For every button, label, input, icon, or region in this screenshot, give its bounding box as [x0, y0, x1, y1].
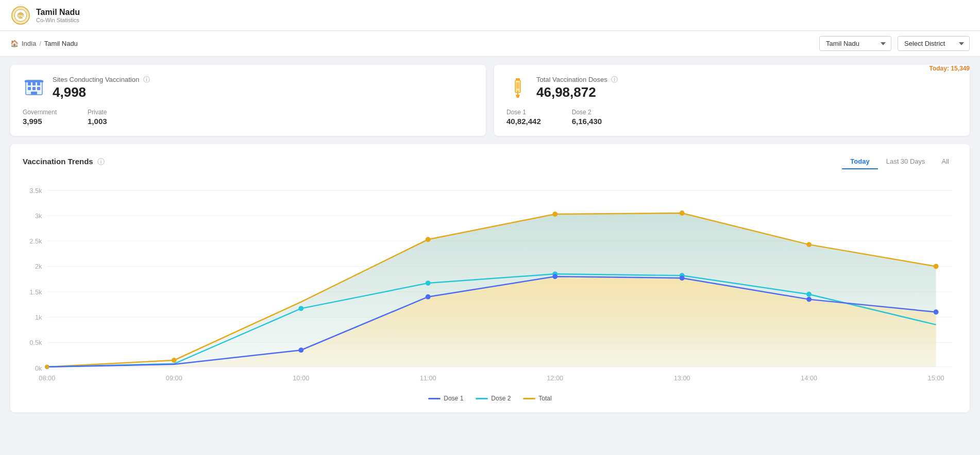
- chart-legend: Dose 1 Dose 2 Total: [23, 395, 957, 402]
- sites-info-icon[interactable]: ⓘ: [143, 76, 150, 83]
- sites-label: Sites Conducting Vaccination ⓘ: [53, 75, 150, 84]
- sites-text-group: Sites Conducting Vaccination ⓘ 4,998: [53, 75, 150, 100]
- dose2-point-10: [298, 306, 303, 311]
- header-controls: Tamil Nadu Select District: [819, 36, 970, 51]
- sites-card-header: Sites Conducting Vaccination ⓘ 4,998: [23, 75, 474, 100]
- chart-info-icon[interactable]: ⓘ: [97, 157, 105, 166]
- app-title: Tamil Nadu: [36, 8, 80, 17]
- svg-text:09:00: 09:00: [166, 374, 182, 382]
- app-subtitle: Co-Win Statistics: [36, 17, 80, 23]
- sites-value: 4,998: [53, 84, 150, 100]
- svg-text:3k: 3k: [35, 212, 42, 220]
- svg-marker-17: [516, 95, 520, 98]
- chart-card: Vaccination Trends ⓘ Today Last 30 Days …: [10, 144, 970, 412]
- total-point-12: [552, 212, 557, 217]
- legend-dose2-line: [476, 398, 488, 399]
- dose1-point-12: [552, 274, 557, 279]
- dose2-point-11: [426, 281, 431, 286]
- dose2-point-14: [806, 292, 812, 297]
- svg-rect-10: [37, 87, 40, 90]
- breadcrumb-separator: /: [39, 40, 41, 47]
- svg-text:14:00: 14:00: [801, 374, 817, 382]
- tab-today[interactable]: Today: [842, 154, 877, 169]
- svg-text:TN: TN: [18, 13, 24, 18]
- svg-text:12:00: 12:00: [547, 374, 563, 382]
- total-point-14: [806, 242, 812, 247]
- svg-text:1.5k: 1.5k: [29, 288, 42, 296]
- tab-last30[interactable]: Last 30 Days: [878, 154, 934, 169]
- dose1-point-15: [934, 309, 939, 314]
- dose1-point-10: [298, 347, 303, 353]
- app-logo: TN: [10, 5, 31, 26]
- district-select[interactable]: Select District: [898, 36, 970, 51]
- dose2: Dose 2 6,16,430: [572, 109, 602, 126]
- doses-label: Total Vaccination Doses ⓘ: [536, 75, 618, 84]
- svg-text:3.5k: 3.5k: [29, 187, 42, 195]
- doses-info-icon[interactable]: ⓘ: [611, 76, 618, 83]
- doses-text-group: Total Vaccination Doses ⓘ 46,98,872: [536, 75, 618, 100]
- svg-text:1k: 1k: [35, 313, 42, 321]
- svg-text:15:00: 15:00: [928, 374, 944, 382]
- chart-container: 3.5k 3k 2.5k 2k 1.5k 1k 0.5k 0k 08:: [23, 178, 957, 391]
- legend-dose1-label: Dose 1: [444, 395, 463, 402]
- sites-card: Sites Conducting Vaccination ⓘ 4,998 Gov…: [10, 65, 486, 136]
- app-title-group: Tamil Nadu Co-Win Statistics: [36, 8, 80, 23]
- doses-icon: [506, 75, 529, 98]
- svg-text:13:00: 13:00: [674, 374, 690, 382]
- doses-card: Today: 15,349 Total Vaccination Doses: [494, 65, 970, 136]
- legend-total-label: Total: [538, 395, 551, 402]
- doses-value: 46,98,872: [536, 84, 618, 100]
- legend-dose2-label: Dose 2: [491, 395, 511, 402]
- svg-text:0.5k: 0.5k: [29, 339, 42, 346]
- legend-dose1-line: [428, 398, 441, 399]
- svg-rect-5: [28, 82, 31, 85]
- today-value: 15,349: [951, 65, 970, 72]
- tab-all[interactable]: All: [934, 154, 957, 169]
- dose1: Dose 1 40,82,442: [506, 109, 541, 126]
- dose1-point-11: [426, 294, 431, 300]
- state-select[interactable]: Tamil Nadu: [819, 36, 891, 51]
- today-badge: Today: 15,349: [930, 65, 970, 72]
- sites-govt: Government 3,995: [23, 109, 57, 126]
- dose1-point-13: [680, 275, 685, 281]
- total-start: [45, 365, 49, 369]
- legend-dose2: Dose 2: [476, 395, 511, 402]
- svg-rect-11: [31, 92, 37, 95]
- sites-icon: [23, 75, 45, 98]
- doses-sub-row: Dose 1 40,82,442 Dose 2 6,16,430: [506, 109, 957, 126]
- svg-text:10:00: 10:00: [293, 374, 309, 382]
- main-content: Sites Conducting Vaccination ⓘ 4,998 Gov…: [0, 57, 980, 421]
- breadcrumb-home-icon: 🏠: [10, 40, 19, 47]
- svg-text:0k: 0k: [35, 364, 42, 372]
- chart-title-group: Vaccination Trends ⓘ: [23, 157, 105, 167]
- breadcrumb-current: Tamil Nadu: [44, 40, 78, 47]
- dose1-point-14: [806, 297, 812, 302]
- svg-rect-15: [516, 82, 519, 89]
- total-point-15: [934, 264, 939, 269]
- total-point-09: [172, 358, 177, 363]
- breadcrumb-bar: 🏠 India / Tamil Nadu Tamil Nadu Select D…: [0, 31, 980, 57]
- chart-title: Vaccination Trends: [23, 157, 93, 166]
- svg-rect-9: [32, 87, 36, 90]
- total-point-13: [680, 211, 685, 216]
- svg-text:2.5k: 2.5k: [29, 237, 42, 245]
- svg-text:2k: 2k: [35, 262, 42, 270]
- total-point-11: [426, 237, 431, 242]
- svg-rect-7: [37, 82, 40, 85]
- chart-tabs: Today Last 30 Days All: [842, 154, 957, 169]
- breadcrumb: 🏠 India / Tamil Nadu: [10, 40, 78, 47]
- vaccination-trend-chart: 3.5k 3k 2.5k 2k 1.5k 1k 0.5k 0k 08:: [23, 178, 957, 391]
- app-header: TN Tamil Nadu Co-Win Statistics: [0, 0, 980, 31]
- breadcrumb-india[interactable]: India: [22, 40, 36, 47]
- svg-text:08:00: 08:00: [39, 374, 55, 382]
- chart-header: Vaccination Trends ⓘ Today Last 30 Days …: [23, 154, 957, 169]
- svg-rect-12: [25, 80, 43, 82]
- legend-total: Total: [523, 395, 551, 402]
- sites-private: Private 1,003: [88, 109, 107, 126]
- svg-text:11:00: 11:00: [420, 374, 436, 382]
- legend-dose1: Dose 1: [428, 395, 463, 402]
- legend-total-line: [523, 398, 535, 399]
- sites-sub-row: Government 3,995 Private 1,003: [23, 109, 474, 126]
- stats-row: Sites Conducting Vaccination ⓘ 4,998 Gov…: [10, 65, 970, 136]
- svg-rect-6: [32, 82, 36, 85]
